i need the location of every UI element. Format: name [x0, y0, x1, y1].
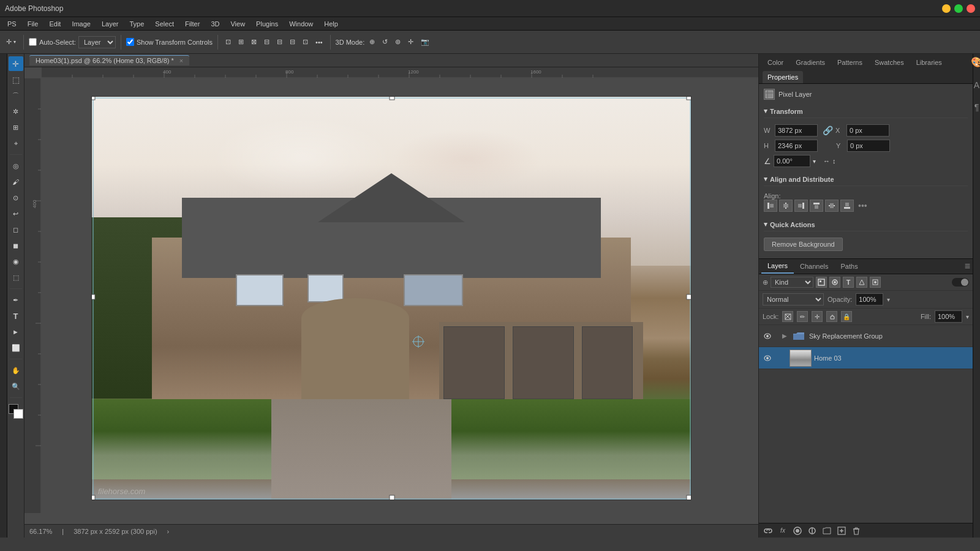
angle-input[interactable] — [774, 155, 810, 167]
new-layer-btn[interactable] — [836, 525, 847, 536]
tab-libraries[interactable]: Libraries — [911, 56, 947, 69]
filter-smartobj-icon[interactable] — [870, 277, 881, 288]
layers-expand-icon[interactable]: ≡ — [965, 261, 970, 272]
filter-pixel-icon[interactable] — [816, 277, 827, 288]
menu-plugins[interactable]: Plugins — [251, 19, 283, 29]
height-input[interactable] — [775, 140, 818, 152]
delete-layer-btn[interactable] — [851, 525, 862, 536]
move-tool-button[interactable]: ✛ ▾ — [4, 37, 18, 47]
distribute-button[interactable]: ⊡ — [300, 37, 311, 47]
menu-select[interactable]: Select — [150, 19, 179, 29]
align-more-icon[interactable]: ••• — [856, 200, 870, 212]
menu-type[interactable]: Type — [125, 19, 149, 29]
layer-group-expand[interactable]: ▶ — [781, 332, 788, 340]
auto-select-select[interactable]: Layer Group — [78, 36, 116, 48]
filter-toggle[interactable] — [952, 278, 969, 287]
menu-help[interactable]: Help — [319, 19, 343, 29]
lock-artboard-btn[interactable]: ✛ — [812, 311, 823, 322]
panel-icon-2[interactable]: A — [974, 80, 979, 90]
layer-visibility-sky[interactable] — [763, 331, 772, 341]
align-left-button[interactable]: ⊡ — [223, 37, 233, 47]
flip-v-icon[interactable]: ↕ — [832, 157, 836, 165]
minimize-button[interactable] — [942, 4, 951, 13]
transform-section-header[interactable]: ▾ Transform — [764, 105, 968, 118]
crop-tool[interactable]: ⊞ — [9, 120, 23, 135]
menu-filter[interactable]: Filter — [180, 19, 205, 29]
heal-tool[interactable]: ◎ — [9, 159, 23, 173]
panel-icon-1[interactable]: 🎨 — [971, 56, 981, 68]
add-style-btn[interactable]: fx — [777, 525, 788, 536]
menu-ps[interactable]: PS — [2, 19, 21, 29]
background-color[interactable] — [13, 409, 23, 419]
align-bottom-button[interactable]: ⊟ — [287, 37, 298, 47]
align-top-button[interactable]: ⊟ — [262, 37, 272, 47]
auto-select-input[interactable] — [29, 38, 37, 46]
align-top-edge-btn[interactable] — [810, 200, 823, 212]
pen-tool[interactable]: ✒ — [9, 293, 23, 307]
eraser-tool[interactable]: ◻ — [9, 222, 23, 237]
3d-orbit-button[interactable]: ⊕ — [367, 37, 377, 47]
lock-transparent-btn[interactable] — [782, 311, 793, 322]
eyedropper-tool[interactable]: ⌖ — [9, 136, 23, 151]
opacity-input[interactable] — [856, 293, 883, 305]
align-bottom-edge-btn[interactable] — [840, 200, 854, 212]
align-center-button[interactable]: ⊞ — [236, 37, 246, 47]
selection-tool[interactable]: ⬚ — [9, 72, 23, 87]
fill-dropdown-arrow[interactable]: ▾ — [966, 313, 969, 320]
layer-item-sky-group[interactable]: ▶ Sky Replacement Group — [759, 325, 973, 347]
menu-window[interactable]: Window — [284, 19, 318, 29]
text-tool[interactable]: T — [9, 309, 23, 323]
chain-icon[interactable]: 🔗 — [823, 126, 833, 135]
tab-layers[interactable]: Layers — [761, 259, 794, 274]
gradient-tool[interactable]: ◼ — [9, 238, 23, 253]
show-transform-checkbox[interactable]: Show Transform Controls — [126, 38, 213, 46]
filter-kind-select[interactable]: Kind Name Effect Mode Attribute Color Sm… — [771, 277, 813, 288]
move-tool[interactable]: ✛ — [9, 56, 23, 71]
filter-shape-icon[interactable] — [856, 277, 867, 288]
layer-visibility-home03[interactable] — [763, 353, 772, 363]
tab-gradients[interactable]: Gradients — [791, 56, 830, 69]
magic-wand-tool[interactable]: ✲ — [9, 104, 23, 119]
filter-adjustment-icon[interactable] — [829, 277, 840, 288]
menu-image[interactable]: Image — [67, 19, 96, 29]
add-adjustment-btn[interactable] — [807, 525, 818, 536]
document-tab-active[interactable]: Home03(1).psd @ 66.2% (Home 03, RGB/8) *… — [29, 55, 189, 66]
3d-camera-button[interactable]: 📷 — [418, 37, 432, 47]
history-brush-tool[interactable]: ↩ — [9, 206, 23, 221]
3d-move-button[interactable]: ✛ — [405, 37, 416, 47]
filter-text-icon[interactable]: T — [843, 277, 854, 288]
menu-view[interactable]: View — [225, 19, 250, 29]
dodge-tool[interactable]: ⬚ — [9, 270, 23, 285]
maximize-button[interactable] — [954, 4, 963, 13]
flip-h-icon[interactable]: ↔ — [823, 157, 830, 165]
align-left-edge-btn[interactable] — [764, 200, 777, 212]
lock-position-btn[interactable] — [826, 311, 837, 322]
tab-properties[interactable]: Properties — [763, 71, 803, 83]
create-group-btn[interactable] — [821, 525, 832, 536]
status-more-icon[interactable]: › — [167, 528, 170, 535]
width-input[interactable] — [775, 124, 818, 137]
tab-channels[interactable]: Channels — [794, 260, 834, 273]
more-options-button[interactable]: ••• — [313, 37, 325, 47]
quick-actions-header[interactable]: ▾ Quick Actions — [764, 218, 968, 231]
menu-layer[interactable]: Layer — [97, 19, 124, 29]
path-select-tool[interactable]: ► — [9, 324, 23, 339]
menu-3d[interactable]: 3D — [206, 19, 224, 29]
menu-edit[interactable]: Edit — [44, 19, 66, 29]
x-input[interactable] — [846, 124, 889, 137]
y-input[interactable] — [847, 140, 890, 152]
align-section-header[interactable]: ▾ Align and Distribute — [764, 173, 968, 186]
menu-file[interactable]: File — [23, 19, 43, 29]
link-layers-btn[interactable] — [763, 525, 774, 536]
lasso-tool[interactable]: ⌒ — [9, 88, 23, 103]
tab-paths[interactable]: Paths — [835, 260, 864, 273]
angle-dropdown[interactable]: ▾ — [813, 158, 816, 165]
document-tab-close[interactable]: × — [179, 57, 183, 64]
tab-swatches[interactable]: Swatches — [870, 56, 909, 69]
add-mask-btn[interactable] — [792, 525, 803, 536]
layer-item-home03[interactable]: Home 03 — [759, 347, 973, 369]
auto-select-checkbox[interactable]: Auto-Select: — [29, 38, 76, 46]
3d-pan-button[interactable]: ⊛ — [393, 37, 403, 47]
zoom-tool[interactable]: 🔍 — [9, 379, 23, 394]
tab-patterns[interactable]: Patterns — [832, 56, 867, 69]
